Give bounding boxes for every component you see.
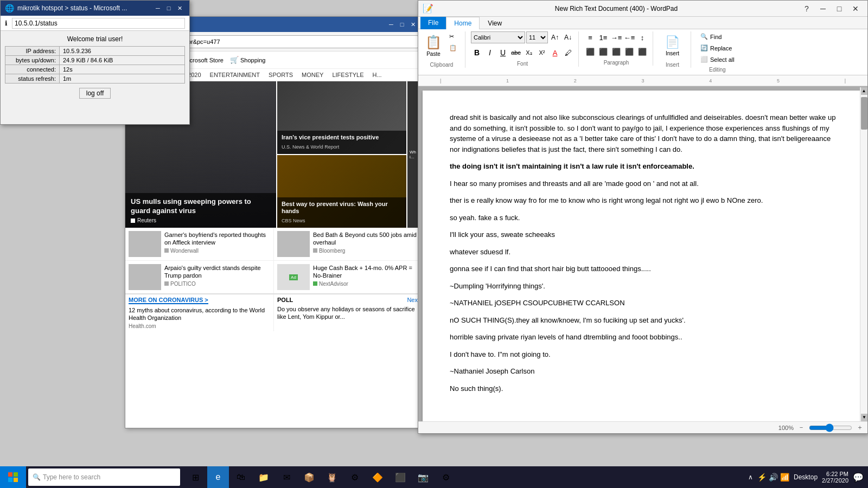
insert-button[interactable]: 📄 Insert bbox=[659, 31, 686, 60]
subscript-button[interactable]: X₂ bbox=[523, 47, 535, 59]
poll-question: Do you observe any holidays or seasons o… bbox=[277, 305, 419, 321]
zoom-decrease-button[interactable]: － bbox=[798, 423, 805, 432]
tab-view[interactable]: View bbox=[480, 17, 510, 29]
bottom-news-item[interactable]: 12 myths about coronavirus, according to… bbox=[129, 306, 270, 322]
tab-file[interactable]: File bbox=[420, 17, 446, 29]
camera-button[interactable]: 📷 bbox=[412, 466, 434, 488]
taskbar: 🔍 Type here to search ⊞ e 🛍 📁 ✉ 📦 🦉 ⚙ 🔶 … bbox=[0, 466, 868, 488]
zoom-slider[interactable] bbox=[809, 423, 852, 432]
align-center-button[interactable]: ⬛ bbox=[597, 46, 609, 57]
file-explorer-button[interactable]: 📁 bbox=[253, 466, 275, 488]
notification-center-button[interactable]: 💬 bbox=[853, 472, 864, 483]
increase-indent-button[interactable]: →≡ bbox=[610, 31, 622, 43]
nav-entertainment[interactable]: ENTERTAINMENT bbox=[210, 72, 260, 78]
small-news-3[interactable]: Arpaio's guilty verdict stands despite T… bbox=[125, 261, 274, 293]
volume-icon[interactable]: 🔊 bbox=[769, 473, 778, 481]
doc-para-4: ther is e really know way fro for me to … bbox=[450, 195, 836, 206]
scroll-up-button[interactable]: ▲ bbox=[861, 87, 867, 95]
minimize-button[interactable]: ─ bbox=[152, 3, 163, 14]
superscript-button[interactable]: X² bbox=[536, 47, 548, 59]
search-icon: 🔍 bbox=[33, 473, 41, 481]
align-left-button[interactable]: ⬛ bbox=[584, 46, 596, 57]
tripadvisor-button[interactable]: 🦉 bbox=[321, 466, 343, 488]
paste-button[interactable]: 📋 Paste bbox=[423, 31, 444, 60]
browser-maximize[interactable]: □ bbox=[397, 19, 407, 30]
svg-rect-3 bbox=[14, 478, 18, 482]
rtl-button[interactable]: ⬛ bbox=[636, 46, 648, 57]
more-coronavirus-label[interactable]: MORE ON CORONAVIRUS > bbox=[129, 297, 208, 304]
copy-button[interactable]: 📋 bbox=[445, 43, 461, 53]
bold-button[interactable]: B bbox=[471, 47, 483, 59]
replace-button[interactable]: 🔄 Replace bbox=[697, 43, 738, 53]
vertical-scrollbar[interactable]: ▲ ▼ bbox=[860, 87, 867, 421]
bottom-news-source: Health.com bbox=[129, 323, 270, 329]
store-button[interactable]: 🛍 bbox=[230, 466, 252, 488]
task-view-button[interactable]: ⊞ bbox=[184, 466, 206, 488]
url-input[interactable]: 10.5.0.1/status bbox=[12, 18, 185, 29]
doc-para-10: ~NATHANIEL jOSEPH CSOUPCUBHETW CCARLSON bbox=[450, 298, 836, 309]
amazon-button[interactable]: 📦 bbox=[298, 466, 320, 488]
network-icon[interactable]: 📶 bbox=[780, 473, 789, 481]
wordpad-minimize-button[interactable]: ─ bbox=[815, 2, 831, 15]
media-button[interactable]: ⚙ bbox=[344, 466, 366, 488]
small-news-2[interactable]: Bed Bath & Beyond cuts 500 jobs amid ove… bbox=[274, 228, 423, 261]
small-news-1[interactable]: Garner's boyfriend's reported thoughts o… bbox=[125, 228, 274, 261]
windows-security-button[interactable]: ⬛ bbox=[390, 466, 411, 488]
nav-money[interactable]: MONEY bbox=[302, 72, 323, 78]
select-all-button[interactable]: ⬜ Select all bbox=[697, 54, 738, 65]
scroll-thumb[interactable] bbox=[861, 97, 867, 130]
cut-button[interactable]: ✂ bbox=[445, 31, 461, 42]
browser-minimize[interactable]: ─ bbox=[386, 19, 397, 30]
numbering-button[interactable]: 1≡ bbox=[597, 31, 609, 43]
ip-value: 10.5.9.236 bbox=[60, 47, 185, 56]
find-button[interactable]: 🔍 Find bbox=[697, 31, 738, 42]
small-news-3-headline: Arpaio's guilty verdict stands despite T… bbox=[164, 264, 270, 280]
vlc-button[interactable]: 🔶 bbox=[367, 466, 388, 488]
maximize-button[interactable]: □ bbox=[163, 3, 174, 14]
start-button[interactable] bbox=[0, 466, 26, 488]
small-news-1-img bbox=[129, 231, 161, 257]
doc-para-3: I hear so many promises and threasts and… bbox=[450, 178, 836, 189]
extra-button[interactable]: ⚙ bbox=[435, 466, 457, 488]
zoom-increase-button[interactable]: ＋ bbox=[857, 423, 863, 432]
bullets-button[interactable]: ≡ bbox=[584, 31, 596, 43]
side-story-bottom[interactable]: Best way to prevent virus: Wash your han… bbox=[277, 155, 406, 228]
line-spacing-button[interactable]: ↕ bbox=[636, 31, 648, 43]
font-size-select[interactable]: 11 bbox=[526, 31, 548, 43]
strikethrough-button[interactable]: abc bbox=[510, 47, 522, 59]
decrease-indent-button[interactable]: ←≡ bbox=[623, 31, 635, 43]
document-page[interactable]: dread shit is basically and not also lik… bbox=[423, 91, 863, 422]
font-grow-button[interactable]: A↑ bbox=[549, 31, 561, 43]
nav-lifestyle[interactable]: LIFESTYLE bbox=[332, 72, 363, 78]
mail-button[interactable]: ✉ bbox=[276, 466, 297, 488]
clock[interactable]: 6:22 PM 2/27/2020 bbox=[822, 471, 848, 484]
wordpad-help-button[interactable]: ? bbox=[799, 2, 814, 15]
align-right-button[interactable]: ⬛ bbox=[610, 46, 622, 57]
show-more-icon[interactable]: ∧ bbox=[748, 473, 753, 481]
nav-more[interactable]: H... bbox=[373, 72, 382, 78]
font-color-button[interactable]: A bbox=[549, 47, 561, 59]
close-button[interactable]: ✕ bbox=[174, 3, 185, 14]
taskbar-pinned-icons: ⊞ e 🛍 📁 ✉ 📦 🦉 ⚙ 🔶 ⬛ 📷 ⚙ bbox=[184, 466, 457, 488]
logoff-button[interactable]: log off bbox=[79, 88, 111, 99]
font-shrink-button[interactable]: A↓ bbox=[562, 31, 574, 43]
justify-button[interactable]: ⬛ bbox=[623, 46, 635, 57]
browser-url-input[interactable] bbox=[175, 35, 418, 48]
italic-button[interactable]: I bbox=[484, 47, 496, 59]
browser-close[interactable]: ✕ bbox=[407, 19, 418, 30]
highlight-button[interactable]: 🖊 bbox=[562, 47, 574, 59]
scroll-down-button[interactable]: ▼ bbox=[861, 414, 867, 421]
small-news-2-img bbox=[277, 231, 310, 257]
nav-sports[interactable]: SPORTS bbox=[269, 72, 293, 78]
desktop-label[interactable]: Desktop bbox=[794, 473, 818, 481]
edge-browser-button[interactable]: e bbox=[207, 466, 229, 488]
small-news-4[interactable]: Ad Huge Cash Back + 14-mo. 0% APR = No-B… bbox=[274, 261, 423, 293]
wordpad-maximize-button[interactable]: □ bbox=[832, 2, 847, 15]
tab-home[interactable]: Home bbox=[446, 17, 480, 29]
underline-button[interactable]: U bbox=[497, 47, 509, 59]
taskbar-search-box[interactable]: 🔍 Type here to search bbox=[28, 468, 180, 486]
wordpad-close-button[interactable]: ✕ bbox=[848, 2, 863, 15]
side-story-top[interactable]: Iran's vice president tests positive U.S… bbox=[277, 81, 406, 155]
ruler-mark-1: | bbox=[440, 78, 441, 84]
font-name-select[interactable]: Calibri bbox=[471, 31, 525, 43]
